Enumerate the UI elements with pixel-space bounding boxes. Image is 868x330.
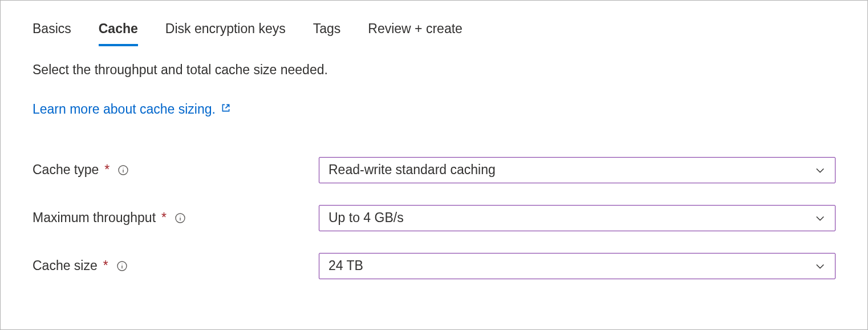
info-icon[interactable] xyxy=(117,164,129,176)
select-cache-type[interactable]: Read-write standard caching xyxy=(319,157,835,183)
tab-disk-encryption-keys[interactable]: Disk encryption keys xyxy=(165,21,286,46)
learn-more-text: Learn more about cache sizing. xyxy=(33,102,216,117)
label-cache-type: Cache type * xyxy=(33,162,319,178)
label-max-throughput-text: Maximum throughput xyxy=(33,210,156,226)
section-description: Select the throughput and total cache si… xyxy=(33,62,835,78)
row-cache-type: Cache type * Read-write standard caching xyxy=(33,157,835,183)
select-cache-type-value: Read-write standard caching xyxy=(328,162,496,178)
label-max-throughput: Maximum throughput * xyxy=(33,210,319,226)
external-link-icon xyxy=(220,102,232,117)
required-indicator: * xyxy=(104,162,109,178)
required-indicator: * xyxy=(103,258,108,273)
tab-basics[interactable]: Basics xyxy=(33,21,71,46)
tab-tags[interactable]: Tags xyxy=(313,21,341,46)
label-cache-size-text: Cache size xyxy=(33,258,98,273)
select-max-throughput-value: Up to 4 GB/s xyxy=(328,210,404,226)
row-cache-size: Cache size * 24 TB xyxy=(33,253,835,279)
info-icon[interactable] xyxy=(175,212,186,224)
svg-point-5 xyxy=(180,215,180,216)
label-cache-size: Cache size * xyxy=(33,258,319,273)
tab-review-create[interactable]: Review + create xyxy=(368,21,463,46)
row-max-throughput: Maximum throughput * Up to 4 GB/s xyxy=(33,205,835,231)
select-cache-size[interactable]: 24 TB xyxy=(319,253,835,279)
chevron-down-icon xyxy=(814,260,826,272)
wizard-tabs: Basics Cache Disk encryption keys Tags R… xyxy=(33,21,835,46)
label-cache-type-text: Cache type xyxy=(33,162,99,178)
svg-point-8 xyxy=(121,263,122,264)
learn-more-link[interactable]: Learn more about cache sizing. xyxy=(33,102,232,117)
info-icon[interactable] xyxy=(116,260,128,272)
cache-form: Cache type * Read-write standard caching xyxy=(33,157,835,279)
cache-config-panel: Basics Cache Disk encryption keys Tags R… xyxy=(0,0,868,330)
svg-point-2 xyxy=(123,167,124,168)
required-indicator: * xyxy=(161,210,167,226)
select-max-throughput[interactable]: Up to 4 GB/s xyxy=(319,205,835,231)
chevron-down-icon xyxy=(814,164,826,176)
tab-cache[interactable]: Cache xyxy=(99,21,138,46)
select-cache-size-value: 24 TB xyxy=(328,258,363,273)
chevron-down-icon xyxy=(814,212,826,224)
